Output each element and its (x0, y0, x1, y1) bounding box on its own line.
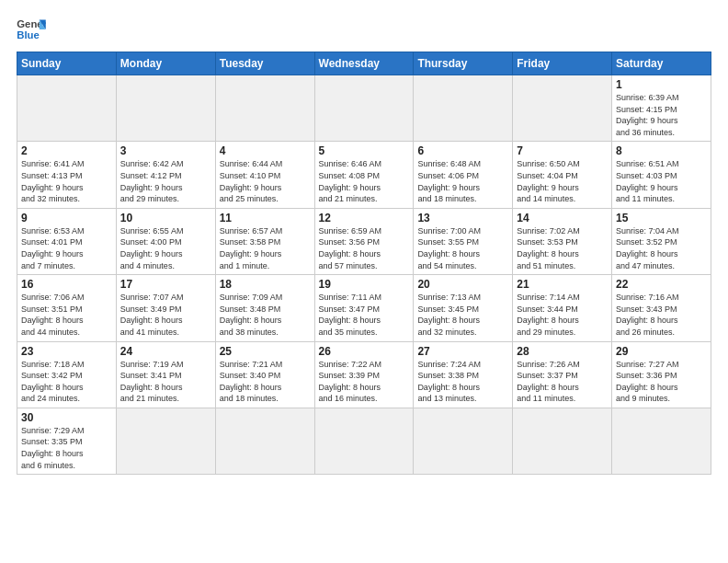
calendar: SundayMondayTuesdayWednesdayThursdayFrid… (17, 52, 711, 475)
week-row-4: 23Sunrise: 7:18 AM Sunset: 3:42 PM Dayli… (17, 341, 711, 408)
weekday-header-sunday: Sunday (17, 52, 117, 75)
day-info: Sunrise: 6:46 AM Sunset: 4:08 PM Dayligh… (319, 158, 410, 204)
calendar-cell (414, 75, 513, 142)
day-info: Sunrise: 7:11 AM Sunset: 3:47 PM Dayligh… (319, 292, 410, 338)
day-info: Sunrise: 7:00 AM Sunset: 3:55 PM Dayligh… (417, 225, 508, 271)
weekday-header-thursday: Thursday (414, 52, 513, 75)
day-info: Sunrise: 6:41 AM Sunset: 4:13 PM Dayligh… (21, 158, 112, 204)
day-number: 2 (21, 144, 112, 157)
calendar-cell (17, 75, 117, 142)
week-row-1: 2Sunrise: 6:41 AM Sunset: 4:13 PM Daylig… (17, 142, 711, 208)
calendar-cell: 13Sunrise: 7:00 AM Sunset: 3:55 PM Dayli… (414, 208, 513, 274)
day-info: Sunrise: 7:29 AM Sunset: 3:35 PM Dayligh… (21, 425, 112, 471)
day-info: Sunrise: 6:53 AM Sunset: 4:01 PM Dayligh… (21, 225, 112, 271)
calendar-cell: 16Sunrise: 7:06 AM Sunset: 3:51 PM Dayli… (17, 275, 117, 341)
day-number: 11 (220, 212, 311, 224)
weekday-header-tuesday: Tuesday (215, 52, 314, 75)
day-number: 17 (120, 278, 211, 291)
calendar-cell: 12Sunrise: 6:59 AM Sunset: 3:56 PM Dayli… (314, 208, 414, 274)
calendar-cell: 30Sunrise: 7:29 AM Sunset: 3:35 PM Dayli… (17, 408, 117, 474)
calendar-cell: 21Sunrise: 7:14 AM Sunset: 3:44 PM Dayli… (513, 275, 612, 341)
day-info: Sunrise: 7:24 AM Sunset: 3:38 PM Dayligh… (417, 359, 508, 405)
day-number: 18 (220, 278, 311, 291)
calendar-cell: 24Sunrise: 7:19 AM Sunset: 3:41 PM Dayli… (116, 341, 215, 408)
calendar-cell: 29Sunrise: 7:27 AM Sunset: 3:36 PM Dayli… (612, 341, 711, 408)
day-info: Sunrise: 6:42 AM Sunset: 4:12 PM Dayligh… (120, 158, 211, 204)
day-info: Sunrise: 7:06 AM Sunset: 3:51 PM Dayligh… (21, 292, 112, 338)
calendar-cell: 3Sunrise: 6:42 AM Sunset: 4:12 PM Daylig… (116, 142, 215, 208)
day-number: 24 (120, 345, 211, 358)
page: General Blue SundayMondayTuesdayWednesda… (0, 0, 728, 563)
day-info: Sunrise: 7:07 AM Sunset: 3:49 PM Dayligh… (120, 292, 211, 338)
day-info: Sunrise: 7:14 AM Sunset: 3:44 PM Dayligh… (517, 292, 608, 338)
day-number: 5 (319, 144, 410, 157)
svg-text:Blue: Blue (17, 29, 40, 40)
calendar-cell: 6Sunrise: 6:48 AM Sunset: 4:06 PM Daylig… (414, 142, 513, 208)
calendar-cell (116, 75, 215, 142)
day-info: Sunrise: 7:09 AM Sunset: 3:48 PM Dayligh… (220, 292, 311, 338)
calendar-cell (612, 408, 711, 474)
day-number: 16 (21, 278, 112, 291)
calendar-cell: 19Sunrise: 7:11 AM Sunset: 3:47 PM Dayli… (314, 275, 414, 341)
calendar-cell: 7Sunrise: 6:50 AM Sunset: 4:04 PM Daylig… (513, 142, 612, 208)
day-info: Sunrise: 7:19 AM Sunset: 3:41 PM Dayligh… (120, 359, 211, 405)
day-number: 28 (517, 345, 608, 358)
day-info: Sunrise: 6:48 AM Sunset: 4:06 PM Dayligh… (417, 158, 508, 204)
day-info: Sunrise: 6:59 AM Sunset: 3:56 PM Dayligh… (319, 225, 410, 271)
day-number: 15 (616, 212, 707, 224)
day-info: Sunrise: 6:39 AM Sunset: 4:15 PM Dayligh… (616, 92, 707, 138)
calendar-cell (414, 408, 513, 474)
logo: General Blue (17, 17, 46, 42)
day-info: Sunrise: 7:21 AM Sunset: 3:40 PM Dayligh… (220, 359, 311, 405)
calendar-cell: 25Sunrise: 7:21 AM Sunset: 3:40 PM Dayli… (215, 341, 314, 408)
calendar-cell: 23Sunrise: 7:18 AM Sunset: 3:42 PM Dayli… (17, 341, 117, 408)
calendar-cell: 28Sunrise: 7:26 AM Sunset: 3:37 PM Dayli… (513, 341, 612, 408)
day-number: 14 (517, 212, 608, 224)
day-number: 7 (517, 144, 608, 157)
day-number: 13 (417, 212, 508, 224)
week-row-5: 30Sunrise: 7:29 AM Sunset: 3:35 PM Dayli… (17, 408, 711, 474)
day-number: 30 (21, 411, 112, 424)
day-number: 4 (220, 144, 311, 157)
calendar-cell (215, 75, 314, 142)
calendar-cell: 27Sunrise: 7:24 AM Sunset: 3:38 PM Dayli… (414, 341, 513, 408)
day-info: Sunrise: 6:44 AM Sunset: 4:10 PM Dayligh… (220, 158, 311, 204)
day-info: Sunrise: 7:26 AM Sunset: 3:37 PM Dayligh… (517, 359, 608, 405)
day-number: 12 (319, 212, 410, 224)
generalblue-logo-icon: General Blue (17, 17, 46, 42)
day-info: Sunrise: 7:02 AM Sunset: 3:53 PM Dayligh… (517, 225, 608, 271)
day-info: Sunrise: 7:04 AM Sunset: 3:52 PM Dayligh… (616, 225, 707, 271)
day-info: Sunrise: 6:50 AM Sunset: 4:04 PM Dayligh… (517, 158, 608, 204)
day-info: Sunrise: 7:22 AM Sunset: 3:39 PM Dayligh… (319, 359, 410, 405)
calendar-cell: 9Sunrise: 6:53 AM Sunset: 4:01 PM Daylig… (17, 208, 117, 274)
day-info: Sunrise: 6:51 AM Sunset: 4:03 PM Dayligh… (616, 158, 707, 204)
calendar-cell (215, 408, 314, 474)
calendar-cell: 20Sunrise: 7:13 AM Sunset: 3:45 PM Dayli… (414, 275, 513, 341)
day-number: 8 (616, 144, 707, 157)
calendar-cell: 5Sunrise: 6:46 AM Sunset: 4:08 PM Daylig… (314, 142, 414, 208)
day-number: 9 (21, 212, 112, 224)
day-info: Sunrise: 6:57 AM Sunset: 3:58 PM Dayligh… (220, 225, 311, 271)
calendar-cell (116, 408, 215, 474)
day-number: 6 (417, 144, 508, 157)
calendar-cell: 26Sunrise: 7:22 AM Sunset: 3:39 PM Dayli… (314, 341, 414, 408)
week-row-3: 16Sunrise: 7:06 AM Sunset: 3:51 PM Dayli… (17, 275, 711, 341)
calendar-cell: 4Sunrise: 6:44 AM Sunset: 4:10 PM Daylig… (215, 142, 314, 208)
day-number: 26 (319, 345, 410, 358)
day-info: Sunrise: 7:18 AM Sunset: 3:42 PM Dayligh… (21, 359, 112, 405)
day-number: 29 (616, 345, 707, 358)
calendar-cell: 11Sunrise: 6:57 AM Sunset: 3:58 PM Dayli… (215, 208, 314, 274)
calendar-cell: 15Sunrise: 7:04 AM Sunset: 3:52 PM Dayli… (612, 208, 711, 274)
day-number: 22 (616, 278, 707, 291)
day-number: 1 (616, 78, 707, 91)
day-number: 10 (120, 212, 211, 224)
weekday-header-monday: Monday (116, 52, 215, 75)
calendar-cell: 14Sunrise: 7:02 AM Sunset: 3:53 PM Dayli… (513, 208, 612, 274)
day-number: 19 (319, 278, 410, 291)
calendar-cell (314, 408, 414, 474)
weekday-header-row: SundayMondayTuesdayWednesdayThursdayFrid… (17, 52, 711, 75)
day-number: 3 (120, 144, 211, 157)
day-number: 21 (517, 278, 608, 291)
weekday-header-saturday: Saturday (612, 52, 711, 75)
day-number: 20 (417, 278, 508, 291)
